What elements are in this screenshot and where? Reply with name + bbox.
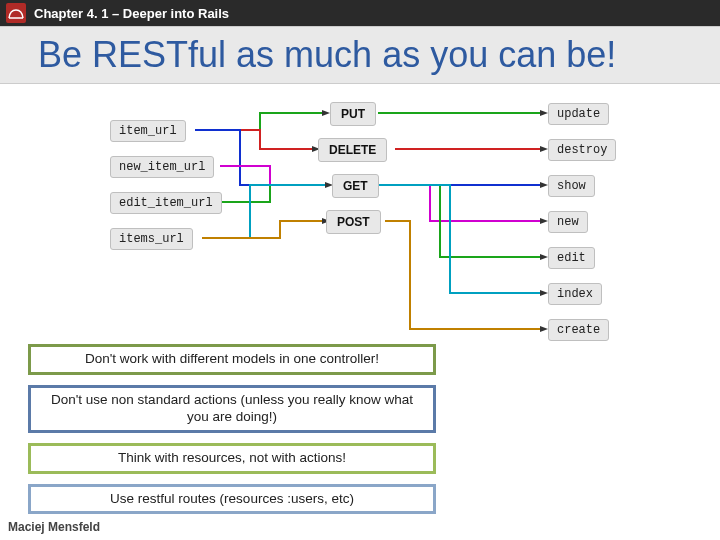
action-create: create (548, 319, 609, 341)
svg-marker-6 (540, 326, 548, 332)
action-update: update (548, 103, 609, 125)
url-items: items_url (110, 228, 193, 250)
verb-delete: DELETE (318, 138, 387, 162)
tip-item: Use restful routes (resources :users, et… (28, 484, 436, 515)
verb-get: GET (332, 174, 379, 198)
action-show: show (548, 175, 595, 197)
chapter-label: Chapter 4. 1 – Deeper into Rails (34, 6, 229, 21)
tip-item: Don't work with different models in one … (28, 344, 436, 375)
svg-marker-3 (540, 218, 548, 224)
action-destroy: destroy (548, 139, 616, 161)
svg-marker-7 (322, 110, 330, 116)
tip-item: Don't use non standard actions (unless y… (28, 385, 436, 433)
tip-item: Think with resources, not with actions! (28, 443, 436, 474)
svg-marker-1 (540, 146, 548, 152)
svg-marker-2 (540, 182, 548, 188)
action-index: index (548, 283, 602, 305)
title-band: Be RESTful as much as you can be! (0, 26, 720, 84)
author-footer: Maciej Mensfeld (8, 520, 100, 534)
url-new-item: new_item_url (110, 156, 214, 178)
action-edit: edit (548, 247, 595, 269)
action-new: new (548, 211, 588, 233)
topbar: Chapter 4. 1 – Deeper into Rails (0, 0, 720, 26)
rails-logo-icon (6, 3, 26, 23)
verb-put: PUT (330, 102, 376, 126)
slide-title: Be RESTful as much as you can be! (38, 34, 616, 76)
url-edit-item: edit_item_url (110, 192, 222, 214)
svg-marker-4 (540, 254, 548, 260)
svg-marker-0 (540, 110, 548, 116)
url-item: item_url (110, 120, 186, 142)
verb-post: POST (326, 210, 381, 234)
svg-marker-5 (540, 290, 548, 296)
tips-list: Don't work with different models in one … (28, 344, 436, 514)
